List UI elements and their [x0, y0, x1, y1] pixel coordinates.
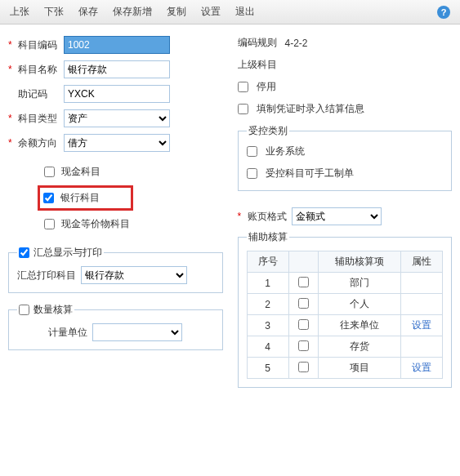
code-rule-value: 4-2-2 [285, 38, 308, 49]
toolbar-next[interactable]: 下张 [44, 5, 64, 19]
code-input[interactable] [64, 36, 170, 54]
aux-header-attr: 属性 [400, 251, 442, 273]
table-row: 5项目设置 [247, 358, 443, 379]
main-content: * 科目编码 * 科目名称 助记码 * 科目类型 资产 * 余额方向 借方 现金… [0, 24, 460, 406]
help-icon[interactable]: ? [437, 6, 450, 19]
manual-checkbox[interactable] [247, 168, 257, 179]
control-fieldset: 受控类别 业务系统 受控科目可手工制单 [238, 124, 453, 191]
aux-table: 序号 辅助核算项 属性 1部门2个人3往来单位设置4存货5项目设置 [247, 251, 444, 379]
aux-attr: 设置 [400, 358, 442, 379]
aux-attr [400, 336, 442, 358]
bank-highlight-box: 银行科目 [38, 185, 133, 211]
code-rule-label: 编码规则 [238, 36, 277, 50]
required-marker: * [8, 113, 15, 124]
name-input[interactable] [64, 60, 170, 78]
balance-select[interactable]: 借方 [64, 134, 170, 152]
toolbar-settings[interactable]: 设置 [201, 5, 221, 19]
aux-header-seq: 序号 [247, 251, 288, 273]
aux-attr-link[interactable]: 设置 [412, 319, 431, 331]
parent-label: 上级科目 [238, 58, 277, 72]
cash-equiv-checkbox[interactable] [44, 219, 55, 229]
qty-unit-select[interactable] [92, 323, 182, 341]
cash-equiv-checkbox-row: 现金等价物科目 [44, 217, 223, 231]
manual-label: 受控科目可手工制单 [266, 167, 354, 180]
left-column: * 科目编码 * 科目名称 助记码 * 科目类型 资产 * 余额方向 借方 现金… [8, 36, 223, 398]
name-label: 科目名称 [18, 63, 64, 77]
qty-legend-label: 数量核算 [33, 304, 73, 315]
aux-row-checkbox[interactable] [298, 362, 309, 372]
fill-settle-label: 填制凭证时录入结算信息 [257, 102, 364, 116]
required-marker: * [8, 39, 15, 51]
aux-row-checkbox[interactable] [298, 319, 309, 330]
fill-settle-checkbox[interactable] [238, 104, 248, 114]
aux-attr [400, 273, 442, 294]
aux-item: 往来单位 [318, 315, 400, 336]
aux-attr-link[interactable]: 设置 [412, 362, 431, 373]
summary-fieldset: 汇总显示与打印 汇总打印科目 银行存款 [8, 246, 223, 293]
required-marker: * [8, 64, 15, 75]
qty-toggle-checkbox[interactable] [19, 305, 29, 315]
aux-row-checkbox[interactable] [298, 340, 309, 351]
aux-row-checkbox[interactable] [298, 277, 309, 287]
mnemonic-input[interactable] [64, 85, 170, 103]
aux-seq: 1 [247, 273, 288, 294]
aux-item: 部门 [318, 273, 400, 294]
required-marker: * [8, 137, 15, 149]
account-format-select[interactable]: 金额式 [292, 207, 382, 225]
cash-equiv-label: 现金等价物科目 [61, 217, 130, 231]
aux-seq: 4 [247, 336, 288, 358]
aux-header-row: 序号 辅助核算项 属性 [247, 251, 443, 273]
table-row: 2个人 [247, 294, 443, 315]
aux-fieldset: 辅助核算 序号 辅助核算项 属性 1部门2个人3往来单位设置4存货5项目设置 [238, 230, 453, 388]
cash-checkbox[interactable] [44, 167, 55, 177]
toolbar-copy[interactable]: 复制 [167, 5, 186, 19]
disable-checkbox[interactable] [238, 82, 248, 92]
toolbar-save-new[interactable]: 保存新增 [113, 5, 152, 19]
aux-header-item: 辅助核算项 [318, 251, 400, 273]
aux-header-chk [288, 251, 318, 273]
toolbar-prev[interactable]: 上张 [10, 5, 29, 19]
required-marker: * [238, 211, 244, 222]
bank-label: 银行科目 [60, 191, 100, 205]
summary-print-select[interactable]: 银行存款 [81, 266, 187, 284]
balance-label: 余额方向 [18, 136, 64, 150]
account-format-label: 账页格式 [248, 210, 287, 224]
biz-checkbox[interactable] [247, 146, 257, 157]
qty-legend: 数量核算 [17, 303, 74, 317]
summary-legend: 汇总显示与打印 [17, 246, 104, 260]
cash-label: 现金科目 [61, 165, 100, 179]
aux-item: 项目 [318, 358, 400, 379]
biz-label: 业务系统 [266, 145, 305, 158]
control-legend: 受控类别 [247, 124, 289, 138]
type-label: 科目类型 [18, 112, 64, 126]
summary-print-label: 汇总打印科目 [17, 269, 76, 282]
table-row: 1部门 [247, 273, 443, 294]
aux-seq: 5 [247, 358, 288, 379]
qty-unit-label: 计量单位 [48, 326, 87, 340]
aux-seq: 2 [247, 294, 288, 315]
toolbar-exit[interactable]: 退出 [235, 5, 255, 19]
code-label: 科目编码 [18, 38, 64, 52]
table-row: 4存货 [247, 336, 443, 358]
aux-item: 个人 [318, 294, 400, 315]
toolbar: 上张 下张 保存 保存新增 复制 设置 退出 ? [0, 0, 460, 24]
aux-seq: 3 [247, 315, 288, 336]
bank-checkbox[interactable] [43, 193, 54, 203]
qty-fieldset: 数量核算 计量单位 [8, 303, 223, 350]
aux-attr: 设置 [400, 315, 442, 336]
aux-row-checkbox[interactable] [298, 298, 309, 309]
right-column: 编码规则 4-2-2 上级科目 停用 填制凭证时录入结算信息 受控类别 业务系统… [238, 36, 453, 398]
summary-legend-label: 汇总显示与打印 [33, 247, 102, 258]
aux-legend: 辅助核算 [247, 230, 289, 244]
aux-item: 存货 [318, 336, 400, 358]
cash-checkbox-row: 现金科目 [44, 165, 223, 179]
type-select[interactable]: 资产 [64, 109, 170, 127]
disable-label: 停用 [257, 80, 276, 94]
toolbar-save[interactable]: 保存 [78, 5, 98, 19]
mnemonic-label: 助记码 [18, 87, 64, 101]
summary-toggle-checkbox[interactable] [19, 247, 29, 258]
aux-attr [400, 294, 442, 315]
table-row: 3往来单位设置 [247, 315, 443, 336]
